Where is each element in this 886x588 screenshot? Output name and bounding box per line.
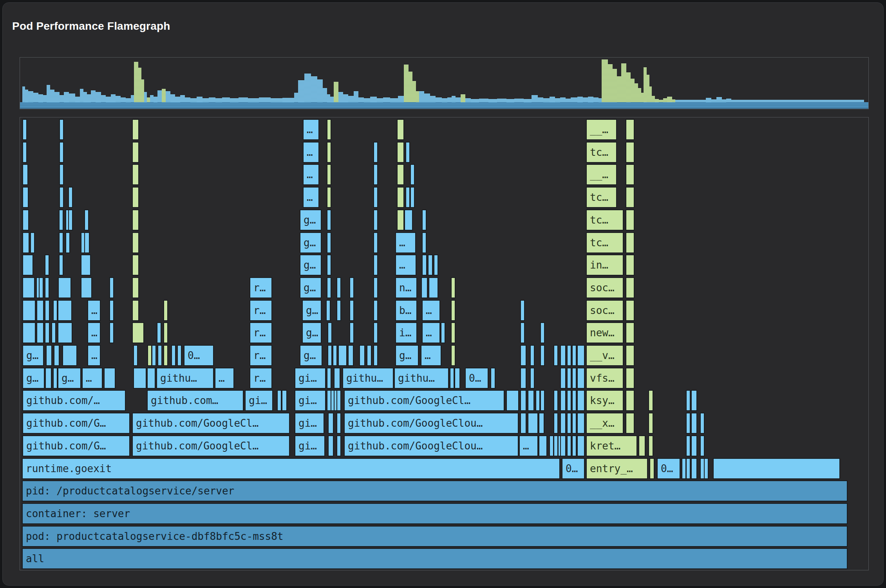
flame-frame-kret[interactable]: kret… (586, 435, 637, 456)
flame-frame[interactable] (104, 368, 116, 389)
flame-frame-[interactable]: … (82, 368, 103, 389)
flame-frame[interactable] (373, 322, 378, 343)
flame-frame[interactable] (626, 187, 635, 208)
flame-frame[interactable] (373, 300, 378, 321)
flame-frame[interactable] (648, 390, 653, 411)
flame-frame[interactable] (22, 187, 29, 208)
flame-frame[interactable] (109, 300, 114, 321)
flame-frame[interactable] (560, 435, 566, 456)
flame-frame[interactable] (58, 322, 72, 343)
flame-frame[interactable] (577, 390, 585, 411)
flame-frame-gi[interactable]: gi… (295, 390, 326, 411)
flame-frame[interactable] (327, 232, 331, 253)
flame-frame[interactable] (567, 345, 571, 366)
flame-frame[interactable] (336, 390, 341, 411)
flame-frame[interactable] (30, 232, 35, 253)
flame-frame-githubcom[interactable]: github.com/… (22, 390, 126, 411)
flame-frame-githubcomgooglecl[interactable]: github.com/GoogleCl… (132, 413, 290, 434)
flame-frame-[interactable]: … (395, 254, 416, 276)
flame-frame[interactable] (327, 187, 331, 208)
flame-frame[interactable] (520, 345, 526, 366)
flame-frame[interactable] (171, 345, 176, 366)
flame-frame-gi[interactable]: gi… (295, 368, 326, 389)
flame-frame-ksy[interactable]: ksy… (586, 390, 624, 411)
flame-frame[interactable] (373, 142, 378, 163)
flame-frame[interactable] (506, 390, 519, 411)
flame-frame[interactable] (22, 277, 35, 298)
flame-frame[interactable] (405, 142, 410, 163)
flame-frame[interactable] (51, 322, 56, 343)
flame-frame[interactable] (520, 300, 525, 321)
flame-frame[interactable] (81, 277, 92, 298)
flame-frame[interactable] (349, 322, 354, 343)
flame-frame[interactable] (686, 390, 691, 411)
flame-frame[interactable] (373, 164, 378, 185)
flame-frame-tc[interactable]: tc… (586, 142, 617, 163)
flame-frame[interactable] (157, 345, 162, 366)
flame-frame[interactable] (520, 413, 526, 434)
flamegraph-minimap[interactable] (20, 57, 869, 109)
flame-frame[interactable] (59, 232, 63, 253)
flame-frame[interactable] (132, 322, 144, 343)
flame-frame-[interactable]: … (303, 164, 319, 185)
flame-frame-[interactable]: __… (586, 164, 617, 185)
flame-frame[interactable] (327, 142, 331, 163)
flame-frame[interactable] (84, 232, 90, 253)
flame-frame[interactable] (132, 119, 139, 140)
flame-frame-gi[interactable]: gi… (295, 413, 324, 434)
flame-frame-[interactable]: … (303, 119, 319, 140)
flame-frame-[interactable]: … (303, 187, 319, 208)
flame-frame[interactable] (327, 164, 331, 185)
flame-frame[interactable] (535, 390, 540, 411)
flame-frame[interactable] (572, 435, 577, 456)
flame-frame[interactable] (58, 277, 71, 298)
flame-frame-vfs[interactable]: vfs… (586, 368, 624, 389)
flame-frame[interactable] (540, 390, 545, 411)
flame-frame[interactable] (540, 345, 545, 366)
flame-frame[interactable] (530, 345, 535, 366)
flame-frame-i[interactable]: i… (395, 322, 417, 343)
flame-frame[interactable] (626, 390, 635, 411)
flame-frame[interactable] (560, 368, 566, 389)
flame-frame[interactable] (713, 458, 840, 479)
flame-frame[interactable] (560, 345, 566, 366)
flame-frame[interactable] (22, 164, 28, 185)
flame-frame[interactable] (336, 413, 341, 434)
flame-frame[interactable] (22, 300, 36, 321)
flame-frame[interactable] (691, 390, 697, 411)
flame-frame[interactable] (45, 368, 52, 389)
flame-frame-x[interactable]: __x… (586, 413, 624, 434)
flame-frame[interactable] (326, 300, 331, 321)
flame-frame[interactable] (572, 413, 577, 434)
flame-frame[interactable] (553, 413, 558, 434)
flame-frame[interactable] (441, 322, 445, 343)
flame-frame-runtimegoexit[interactable]: runtime.goexit (22, 458, 560, 479)
flame-frame-r[interactable]: r… (250, 300, 272, 321)
flame-frame[interactable] (626, 232, 635, 253)
flame-frame[interactable] (163, 300, 168, 321)
flame-frame[interactable] (45, 254, 49, 276)
flame-frame[interactable] (336, 277, 341, 298)
flame-frame[interactable] (397, 119, 404, 140)
flame-frame[interactable] (373, 209, 378, 231)
flame-frame[interactable] (686, 458, 691, 479)
flame-frame[interactable] (429, 277, 438, 298)
flame-frame-0[interactable]: 0… (657, 458, 680, 479)
flame-frame[interactable] (327, 277, 331, 298)
flame-frame[interactable] (422, 209, 427, 231)
flame-frame[interactable] (572, 390, 577, 411)
flame-frame-[interactable]: … (395, 232, 416, 253)
flame-frame-r[interactable]: r… (250, 368, 272, 389)
flame-frame[interactable] (700, 413, 705, 434)
flame-frame[interactable] (36, 322, 44, 343)
flame-frame[interactable] (567, 435, 571, 456)
flame-frame[interactable] (59, 187, 64, 208)
flame-frame-r[interactable]: r… (250, 277, 272, 298)
flame-frame[interactable] (133, 368, 146, 389)
flame-frame[interactable] (132, 164, 139, 185)
flame-frame-[interactable]: … (421, 345, 441, 366)
flame-frame-githubcomg[interactable]: github.com/G… (22, 435, 130, 456)
flame-frame[interactable] (450, 368, 454, 389)
flame-frame-0[interactable]: 0… (184, 345, 214, 366)
flame-frame[interactable] (359, 345, 365, 366)
